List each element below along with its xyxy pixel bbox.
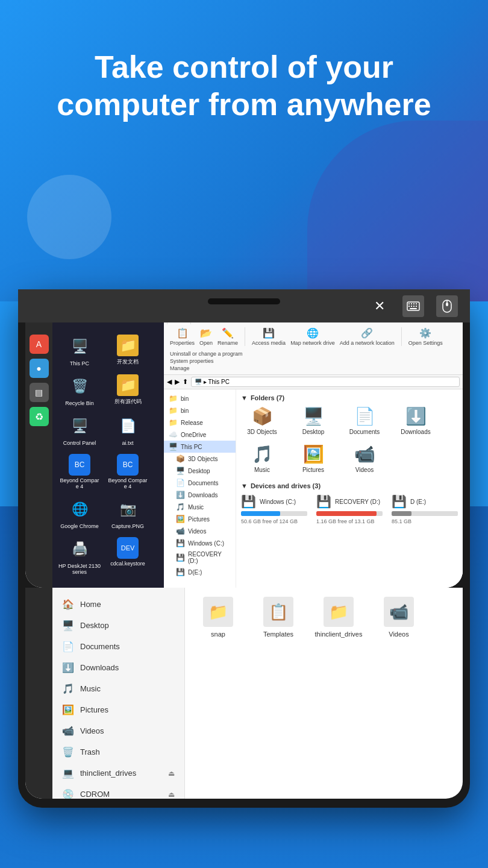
tree-item-recoveryd[interactable]: 💾 RECOVERY (D:) bbox=[164, 549, 236, 566]
fm-sidebar-videos[interactable]: 📹 Videos bbox=[52, 720, 184, 741]
fm-sidebar-home[interactable]: 🏠 Home bbox=[52, 594, 184, 615]
desktop-icon-thispc[interactable]: 🖥️ This PC bbox=[58, 335, 101, 366]
folder-music[interactable]: 🎵 Music bbox=[241, 444, 283, 473]
fm-icon-thinclient-drives[interactable]: 📁 thinclient_drives bbox=[314, 597, 363, 638]
ribbon-action-rename[interactable]: ✏️ Rename bbox=[217, 327, 238, 346]
tree-item-onedrive[interactable]: ☁️ OneDrive bbox=[164, 429, 236, 441]
drive-windows-c[interactable]: 💾 Windows (C:) 50.6 GB free of 124 GB bbox=[241, 494, 307, 524]
keyboard-button[interactable] bbox=[402, 295, 424, 317]
dock-icon-recycle[interactable]: ♻ bbox=[30, 407, 49, 426]
dock-icon-disc[interactable]: ● bbox=[30, 359, 49, 378]
folder-3dobjects[interactable]: 📦 3D Objects bbox=[241, 406, 283, 435]
ribbon-uninstall[interactable]: Uninstall or change a program bbox=[170, 351, 243, 357]
folder-documents[interactable]: 📄 Documents bbox=[343, 406, 386, 435]
ribbon-action-open-settings[interactable]: ⚙️ Open Settings bbox=[408, 327, 443, 346]
phone-notch bbox=[208, 298, 280, 304]
eject-cdrom-icon[interactable]: ⏏ bbox=[168, 790, 175, 799]
tree-item-thispc[interactable]: 🖥️ This PC bbox=[164, 441, 236, 453]
linux-fm-sidebar: 🏠 Home 🖥️ Desktop 📄 Documents ⬇️ Downloa… bbox=[52, 588, 185, 799]
svg-rect-6 bbox=[411, 306, 412, 307]
hero-section: Take control of your computer from anywh… bbox=[0, 0, 488, 301]
fm-sidebar-pictures[interactable]: 🖼️ Pictures bbox=[52, 699, 184, 720]
fm-icon-snap[interactable]: 📁 snap bbox=[194, 597, 242, 638]
desktop-icon-chrome[interactable]: 🌐 Google Chrome bbox=[58, 497, 101, 529]
ribbon-action-open[interactable]: 📂 Open bbox=[199, 327, 213, 346]
explorer-tree: 📁 bin 📁 bin 📁 Release ☁️ bbox=[164, 389, 236, 588]
desktop-row-2: 🗑️ Recycle Bin 📁 所有源代码 bbox=[58, 374, 158, 406]
ribbon-action-properties[interactable]: 📋 Properties bbox=[170, 327, 195, 346]
ribbon-action-map-network[interactable]: 🌐 Map network drive bbox=[290, 327, 335, 346]
tree-item-documents[interactable]: 📄 Documents bbox=[164, 477, 236, 489]
ribbon-action-access-media[interactable]: 💾 Access media bbox=[252, 327, 286, 346]
desktop-row-1: 🖥️ This PC 📁 开发文档 bbox=[58, 335, 158, 366]
tree-item-bin1[interactable]: 📁 bin bbox=[164, 392, 236, 404]
tree-item-bin2[interactable]: 📁 bin bbox=[164, 404, 236, 417]
fm-sidebar-thinclient[interactable]: 💻 thinclient_drives ⏏ bbox=[52, 763, 184, 784]
desktop-icon-beyondcompare2[interactable]: BC Beyond Compare 4 bbox=[107, 454, 149, 489]
fm-sidebar-downloads[interactable]: ⬇️ Downloads bbox=[52, 657, 184, 678]
drive-recovery-d[interactable]: 💾 RECOVERY (D:) 1.16 GB free of 13.1 GB bbox=[316, 494, 383, 524]
fm-sidebar-cdrom[interactable]: 💿 CDROM ⏏ bbox=[52, 784, 184, 799]
fm-sidebar-documents[interactable]: 📄 Documents bbox=[52, 636, 184, 657]
desktop-icon-keystore[interactable]: DEV cdcal.keystore bbox=[107, 537, 149, 575]
desktop-row-3: 🖥️ Control Panel 📄 ai.txt bbox=[58, 414, 158, 446]
folder-videos[interactable]: 📹 Videos bbox=[343, 444, 386, 473]
linux-dock: A ● ▤ ♻ bbox=[25, 298, 52, 588]
fm-icon-templates[interactable]: 📋 Templates bbox=[254, 597, 302, 638]
desktop-icon-beyondcompare1[interactable]: BC Beyond Compare 4 bbox=[58, 454, 101, 489]
ribbon-manage[interactable]: Manage bbox=[170, 365, 243, 371]
desktop-icon-recycle[interactable]: 🗑️ Recycle Bin bbox=[58, 374, 101, 406]
drive-e-bar bbox=[392, 511, 411, 516]
ribbon-system-props[interactable]: System properties bbox=[170, 358, 243, 364]
nav-forward[interactable]: ▶ bbox=[175, 378, 180, 386]
dock-icon-app-store[interactable]: A bbox=[30, 335, 49, 354]
desktop-icon-controlpanel[interactable]: 🖥️ Control Panel bbox=[58, 414, 101, 446]
folders-grid: 📦 3D Objects 🖥️ Desktop 📄 Documents bbox=[241, 406, 458, 473]
svg-point-12 bbox=[446, 303, 448, 306]
linux-fm-content: 📁 snap 📋 Templates 📁 thinclient_drives bbox=[185, 588, 463, 799]
mouse-icon bbox=[442, 300, 452, 313]
folder-pictures[interactable]: 🖼️ Pictures bbox=[292, 444, 334, 473]
ribbon-action-add-network[interactable]: 🔗 Add a network location bbox=[340, 327, 395, 346]
tree-item-desktop[interactable]: 🖥️ Desktop bbox=[164, 465, 236, 477]
mouse-button[interactable] bbox=[436, 295, 458, 317]
desktop-row-6: 🖨️ HP DeskJet 2130 series DEV cdcal.keys… bbox=[58, 537, 158, 575]
svg-rect-9 bbox=[410, 308, 417, 309]
desktop-icons-area: 🖥️ This PC 📁 开发文档 🗑️ Recycle Bin 📁 bbox=[52, 298, 164, 588]
folder-downloads[interactable]: ⬇️ Downloads bbox=[395, 406, 437, 435]
desktop-icon-aitxt[interactable]: 📄 ai.txt bbox=[107, 414, 149, 446]
dock-icon-files[interactable]: ▤ bbox=[30, 383, 49, 402]
drive-d-e[interactable]: 💾 D (E:) 85.1 GB bbox=[392, 494, 458, 524]
desktop-icon-devdocs[interactable]: 📁 开发文档 bbox=[107, 335, 149, 366]
tree-item-videos[interactable]: 📹 Videos bbox=[164, 525, 236, 537]
nav-back[interactable]: ◀ bbox=[167, 378, 172, 386]
drives-section-title: ▼ Devices and drives (3) bbox=[241, 482, 458, 489]
explorer-nav-bar: ◀ ▶ ⬆ 🖥️ ▸ This PC bbox=[164, 375, 463, 389]
svg-rect-4 bbox=[416, 303, 417, 304]
close-icon: ✕ bbox=[374, 298, 385, 314]
tree-item-music[interactable]: 🎵 Music bbox=[164, 501, 236, 513]
desktop-icon-sourcecode[interactable]: 📁 所有源代码 bbox=[107, 374, 149, 406]
svg-rect-8 bbox=[416, 306, 417, 307]
fm-sidebar-music[interactable]: 🎵 Music bbox=[52, 678, 184, 699]
fm-sidebar-trash[interactable]: 🗑️ Trash bbox=[52, 741, 184, 763]
tree-item-release[interactable]: 📁 Release bbox=[164, 417, 236, 429]
nav-up[interactable]: ⬆ bbox=[183, 378, 188, 386]
desktop-icon-printer[interactable]: 🖨️ HP DeskJet 2130 series bbox=[58, 537, 101, 575]
tree-item-pictures[interactable]: 🖼️ Pictures bbox=[164, 513, 236, 525]
eject-thinclient-icon[interactable]: ⏏ bbox=[168, 769, 175, 778]
tree-item-de[interactable]: 💾 D(E:) bbox=[164, 566, 236, 578]
phone-shell: ✕ bbox=[18, 289, 470, 808]
desktop-icon-capture[interactable]: 📷 Capture.PNG bbox=[107, 497, 149, 529]
tree-item-downloads[interactable]: ⬇️ Downloads bbox=[164, 489, 236, 501]
fm-icon-videos[interactable]: 📹 Videos bbox=[375, 597, 423, 638]
folder-desktop[interactable]: 🖥️ Desktop bbox=[292, 406, 334, 435]
tree-item-3dobjects[interactable]: 📦 3D Objects bbox=[164, 453, 236, 465]
folders-section-title: ▼ Folders (7) bbox=[241, 394, 458, 401]
drive-c-bar bbox=[241, 511, 280, 516]
desktop-row-5: 🌐 Google Chrome 📷 Capture.PNG bbox=[58, 497, 158, 529]
phone-screen: A ● ▤ ♻ 🖥️ This PC bbox=[25, 298, 463, 588]
close-button[interactable]: ✕ bbox=[369, 295, 390, 317]
fm-sidebar-desktop[interactable]: 🖥️ Desktop bbox=[52, 615, 184, 636]
tree-item-windowsc[interactable]: 💾 Windows (C:) bbox=[164, 537, 236, 549]
